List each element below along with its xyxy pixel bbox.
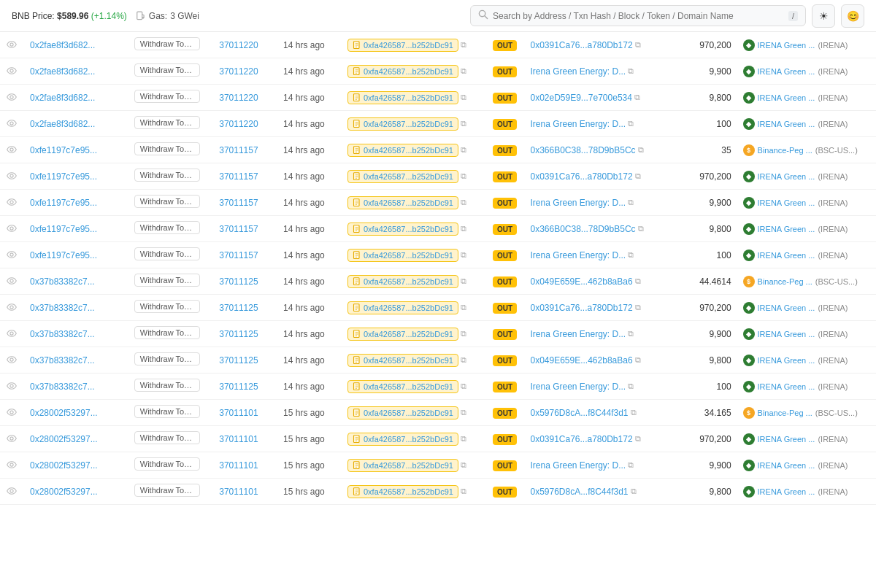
from-address-link[interactable]: 0xfa426587...b252bDc91: [364, 198, 453, 207]
block-link[interactable]: 37011220: [219, 40, 258, 50]
from-address-link[interactable]: 0xfa426587...b252bDc91: [364, 461, 453, 470]
block-link[interactable]: 37011101: [219, 434, 258, 444]
to-address-link[interactable]: Irena Green Energy: D...: [530, 198, 626, 208]
to-copy-icon[interactable]: ⧉: [635, 171, 641, 181]
to-copy-icon[interactable]: ⧉: [635, 355, 641, 365]
txhash-link[interactable]: 0x2fae8f3d682...: [30, 119, 95, 129]
to-address-link[interactable]: 0x02eD59E9...7e700e534: [530, 93, 631, 103]
search-bar[interactable]: /: [470, 5, 806, 26]
from-address-link[interactable]: 0xfa426587...b252bDc91: [364, 93, 453, 102]
eye-icon[interactable]: [7, 223, 17, 234]
block-link[interactable]: 37011125: [219, 303, 258, 313]
to-copy-icon[interactable]: ⧉: [635, 434, 641, 444]
from-address-link[interactable]: 0xfa426587...b252bDc91: [364, 277, 453, 286]
txhash-link[interactable]: 0x2fae8f3d682...: [30, 93, 95, 103]
to-address-link[interactable]: 0x0391Ca76...a780Db172: [530, 40, 632, 50]
from-address-link[interactable]: 0xfa426587...b252bDc91: [364, 356, 453, 365]
txhash-link[interactable]: 0xfe1197c7e95...: [30, 224, 97, 234]
to-address-link[interactable]: Irena Green Energy: D...: [530, 329, 626, 339]
from-copy-icon[interactable]: ⧉: [461, 66, 466, 76]
token-name-link[interactable]: IRENA Green ...: [758, 225, 815, 233]
eye-icon[interactable]: [7, 302, 17, 313]
eye-icon[interactable]: [7, 249, 17, 260]
search-input[interactable]: [493, 11, 788, 21]
token-name-link[interactable]: Binance-Peg ...: [758, 146, 812, 155]
txhash-link[interactable]: 0x37b83382c7...: [30, 355, 95, 365]
to-address-link[interactable]: 0x0391Ca76...a780Db172: [530, 303, 632, 313]
token-name-link[interactable]: IRENA Green ...: [758, 356, 815, 365]
eye-icon[interactable]: [7, 328, 17, 339]
block-link[interactable]: 37011125: [219, 382, 258, 392]
to-address-link[interactable]: 0x5976D8cA...f8C44f3d1: [530, 487, 628, 497]
to-address-link[interactable]: 0x5976D8cA...f8C44f3d1: [530, 408, 628, 418]
to-copy-icon[interactable]: ⧉: [634, 93, 640, 102]
token-name-link[interactable]: IRENA Green ...: [758, 67, 815, 76]
block-link[interactable]: 37011220: [219, 93, 258, 103]
token-name-link[interactable]: IRENA Green ...: [758, 93, 815, 102]
theme-toggle-button[interactable]: ☀: [812, 4, 835, 28]
to-address-link[interactable]: 0x0391Ca76...a780Db172: [530, 171, 632, 182]
txhash-link[interactable]: 0x37b83382c7...: [30, 303, 95, 313]
to-copy-icon[interactable]: ⧉: [628, 198, 634, 207]
from-copy-icon[interactable]: ⧉: [461, 145, 466, 155]
slash-key-badge[interactable]: /: [788, 11, 798, 21]
txhash-link[interactable]: 0x28002f53297...: [30, 434, 98, 444]
eye-icon[interactable]: [7, 171, 17, 182]
eye-icon[interactable]: [7, 460, 17, 471]
block-link[interactable]: 37011125: [219, 329, 258, 339]
eye-icon[interactable]: [7, 39, 17, 50]
txhash-link[interactable]: 0xfe1197c7e95...: [30, 198, 97, 208]
block-link[interactable]: 37011220: [219, 119, 258, 129]
from-copy-icon[interactable]: ⧉: [461, 355, 466, 365]
eye-icon[interactable]: [7, 144, 17, 155]
to-copy-icon[interactable]: ⧉: [635, 276, 641, 286]
txhash-link[interactable]: 0x37b83382c7...: [30, 276, 95, 287]
block-link[interactable]: 37011101: [219, 487, 258, 497]
eye-icon[interactable]: [7, 92, 17, 103]
block-link[interactable]: 37011157: [219, 224, 258, 234]
from-copy-icon[interactable]: ⧉: [461, 276, 466, 286]
from-address-link[interactable]: 0xfa426587...b252bDc91: [364, 120, 453, 128]
to-address-link[interactable]: Irena Green Energy: D...: [530, 460, 626, 471]
user-avatar-button[interactable]: 😊: [841, 4, 864, 28]
txhash-link[interactable]: 0x2fae8f3d682...: [30, 40, 95, 50]
txhash-link[interactable]: 0xfe1197c7e95...: [30, 250, 97, 260]
to-copy-icon[interactable]: ⧉: [635, 303, 641, 312]
from-address-link[interactable]: 0xfa426587...b252bDc91: [364, 67, 453, 76]
block-link[interactable]: 37011157: [219, 250, 258, 260]
to-copy-icon[interactable]: ⧉: [628, 250, 634, 260]
to-copy-icon[interactable]: ⧉: [628, 119, 634, 128]
token-name-link[interactable]: IRENA Green ...: [758, 172, 815, 181]
from-address-link[interactable]: 0xfa426587...b252bDc91: [364, 251, 453, 260]
from-address-link[interactable]: 0xfa426587...b252bDc91: [364, 41, 453, 50]
to-copy-icon[interactable]: ⧉: [628, 66, 634, 76]
block-link[interactable]: 37011220: [219, 66, 258, 77]
token-name-link[interactable]: IRENA Green ...: [758, 198, 815, 207]
block-link[interactable]: 37011125: [219, 355, 258, 365]
from-copy-icon[interactable]: ⧉: [461, 250, 466, 260]
eye-icon[interactable]: [7, 276, 17, 287]
from-address-link[interactable]: 0xfa426587...b252bDc91: [364, 172, 453, 181]
txhash-link[interactable]: 0x28002f53297...: [30, 408, 98, 418]
from-address-link[interactable]: 0xfa426587...b252bDc91: [364, 303, 453, 312]
eye-icon[interactable]: [7, 486, 17, 497]
from-address-link[interactable]: 0xfa426587...b252bDc91: [364, 487, 453, 496]
token-name-link[interactable]: Binance-Peg ...: [758, 277, 812, 286]
from-copy-icon[interactable]: ⧉: [461, 119, 466, 128]
token-name-link[interactable]: IRENA Green ...: [758, 382, 815, 391]
txhash-link[interactable]: 0xfe1197c7e95...: [30, 171, 97, 182]
txhash-link[interactable]: 0x28002f53297...: [30, 487, 98, 497]
from-address-link[interactable]: 0xfa426587...b252bDc91: [364, 225, 453, 233]
from-copy-icon[interactable]: ⧉: [461, 171, 466, 181]
block-link[interactable]: 37011157: [219, 198, 258, 208]
token-name-link[interactable]: IRENA Green ...: [758, 461, 815, 470]
block-link[interactable]: 37011101: [219, 408, 258, 418]
txhash-link[interactable]: 0x37b83382c7...: [30, 329, 95, 339]
eye-icon[interactable]: [7, 407, 17, 418]
from-copy-icon[interactable]: ⧉: [461, 382, 466, 391]
to-copy-icon[interactable]: ⧉: [638, 224, 644, 233]
from-copy-icon[interactable]: ⧉: [461, 93, 466, 102]
token-name-link[interactable]: IRENA Green ...: [758, 251, 815, 260]
block-link[interactable]: 37011125: [219, 276, 258, 287]
token-name-link[interactable]: IRENA Green ...: [758, 487, 815, 496]
